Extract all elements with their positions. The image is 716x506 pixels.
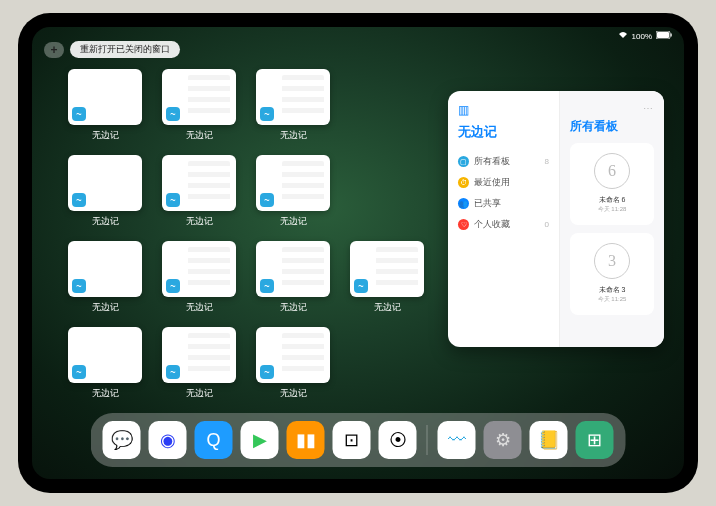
app-window[interactable]: 无边记 [350, 241, 424, 319]
freeform-app-icon [354, 279, 368, 293]
board-sketch: 6 [594, 153, 630, 189]
freeform-app-icon [166, 365, 180, 379]
board-card[interactable]: 3未命名 3今天 11:25 [570, 233, 654, 315]
window-label: 无边记 [280, 387, 307, 400]
window-label: 无边记 [280, 129, 307, 142]
dock-connect-icon[interactable]: ⦿ [379, 421, 417, 459]
dock-settings-icon[interactable]: ⚙ [484, 421, 522, 459]
freeform-app-icon [166, 193, 180, 207]
plus-icon: + [50, 43, 57, 57]
nav-icon: 👥 [458, 198, 469, 209]
board-subtitle: 今天 11:25 [598, 295, 627, 304]
board-name: 未命名 6 [599, 195, 626, 205]
freeform-app-icon [166, 107, 180, 121]
dock-qqbrowser-icon[interactable]: Q [195, 421, 233, 459]
battery-text: 100% [632, 32, 652, 41]
window-thumbnail [162, 69, 236, 125]
nav-label: 已共享 [474, 197, 501, 210]
panel-content: ⋯ 所有看板 6未命名 6今天 11:283未命名 3今天 11:25 [560, 91, 664, 347]
window-thumbnail [68, 241, 142, 297]
app-window[interactable]: 无边记 [256, 155, 330, 233]
board-sketch: 3 [594, 243, 630, 279]
window-label: 无边记 [280, 301, 307, 314]
window-label: 无边记 [186, 387, 213, 400]
nav-item[interactable]: ⏱最近使用 [458, 172, 549, 193]
window-thumbnail [162, 327, 236, 383]
dock-dice-icon[interactable]: ⊡ [333, 421, 371, 459]
window-label: 无边记 [92, 215, 119, 228]
board-name: 未命名 3 [599, 285, 626, 295]
app-window[interactable]: 无边记 [68, 155, 142, 233]
svg-rect-1 [657, 32, 669, 38]
reopen-closed-window-button[interactable]: 重新打开已关闭的窗口 [70, 41, 180, 58]
boards-list: 6未命名 6今天 11:283未命名 3今天 11:25 [570, 143, 654, 315]
dock-freeform-icon[interactable]: 〰 [438, 421, 476, 459]
app-window[interactable]: 无边记 [162, 241, 236, 319]
app-window[interactable]: 无边记 [162, 69, 236, 147]
freeform-app-icon [72, 107, 86, 121]
app-window[interactable]: 无边记 [68, 241, 142, 319]
app-window[interactable]: 无边记 [256, 327, 330, 405]
new-window-button[interactable]: + [44, 42, 64, 58]
board-card[interactable]: 6未命名 6今天 11:28 [570, 143, 654, 225]
nav-item[interactable]: 👥已共享 [458, 193, 549, 214]
window-thumbnail [162, 155, 236, 211]
wifi-icon [618, 31, 628, 41]
window-label: 无边记 [92, 301, 119, 314]
nav-label: 个人收藏 [474, 218, 510, 231]
screen: 100% + 重新打开已关闭的窗口 无边记无边记无边记无边记无边记无边记无边记无… [32, 27, 684, 479]
status-bar: 100% [618, 31, 672, 41]
window-thumbnail [256, 327, 330, 383]
app-window[interactable]: 无边记 [162, 155, 236, 233]
app-window[interactable]: 无边记 [68, 327, 142, 405]
more-icon[interactable]: ⋯ [570, 103, 654, 114]
dock-app-library-icon[interactable]: ⊞ [576, 421, 614, 459]
dock-books-icon[interactable]: ▮▮ [287, 421, 325, 459]
panel-title: 无边记 [458, 123, 549, 141]
app-switcher-grid: 无边记无边记无边记无边记无边记无边记无边记无边记无边记无边记无边记无边记无边记 [68, 69, 424, 405]
nav-label: 最近使用 [474, 176, 510, 189]
freeform-app-icon [260, 279, 274, 293]
ipad-frame: 100% + 重新打开已关闭的窗口 无边记无边记无边记无边记无边记无边记无边记无… [18, 13, 698, 493]
window-thumbnail [162, 241, 236, 297]
window-label: 无边记 [92, 129, 119, 142]
freeform-panel[interactable]: ▥ 无边记 ▢所有看板8⏱最近使用👥已共享♡个人收藏0 ⋯ 所有看板 6未命名 … [448, 91, 664, 347]
window-label: 无边记 [186, 129, 213, 142]
top-bar: + 重新打开已关闭的窗口 [44, 41, 180, 58]
panel-sidebar: ▥ 无边记 ▢所有看板8⏱最近使用👥已共享♡个人收藏0 [448, 91, 560, 347]
app-window[interactable]: 无边记 [68, 69, 142, 147]
window-label: 无边记 [280, 215, 307, 228]
app-window[interactable]: 无边记 [256, 241, 330, 319]
nav-icon: ♡ [458, 219, 469, 230]
nav-item[interactable]: ▢所有看板8 [458, 151, 549, 172]
nav-label: 所有看板 [474, 155, 510, 168]
sidebar-toggle-icon[interactable]: ▥ [458, 103, 549, 117]
nav-count: 8 [545, 157, 549, 166]
panel-right-title: 所有看板 [570, 118, 654, 135]
app-window[interactable]: 无边记 [162, 327, 236, 405]
dock-quark-icon[interactable]: ◉ [149, 421, 187, 459]
window-thumbnail [256, 69, 330, 125]
dock-play-icon[interactable]: ▶ [241, 421, 279, 459]
board-subtitle: 今天 11:28 [598, 205, 627, 214]
dock-notes-icon[interactable]: 📒 [530, 421, 568, 459]
freeform-app-icon [166, 279, 180, 293]
app-window[interactable]: 无边记 [256, 69, 330, 147]
freeform-app-icon [260, 193, 274, 207]
dock-wechat-icon[interactable]: 💬 [103, 421, 141, 459]
window-label: 无边记 [186, 301, 213, 314]
freeform-app-icon [260, 107, 274, 121]
reopen-label: 重新打开已关闭的窗口 [80, 44, 170, 54]
freeform-app-icon [72, 193, 86, 207]
window-thumbnail [256, 155, 330, 211]
window-thumbnail [68, 327, 142, 383]
battery-icon [656, 31, 672, 41]
freeform-app-icon [72, 279, 86, 293]
window-thumbnail [68, 155, 142, 211]
svg-rect-2 [671, 34, 672, 37]
window-thumbnail [68, 69, 142, 125]
nav-item[interactable]: ♡个人收藏0 [458, 214, 549, 235]
window-label: 无边记 [186, 215, 213, 228]
nav-count: 0 [545, 220, 549, 229]
nav-icon: ▢ [458, 156, 469, 167]
